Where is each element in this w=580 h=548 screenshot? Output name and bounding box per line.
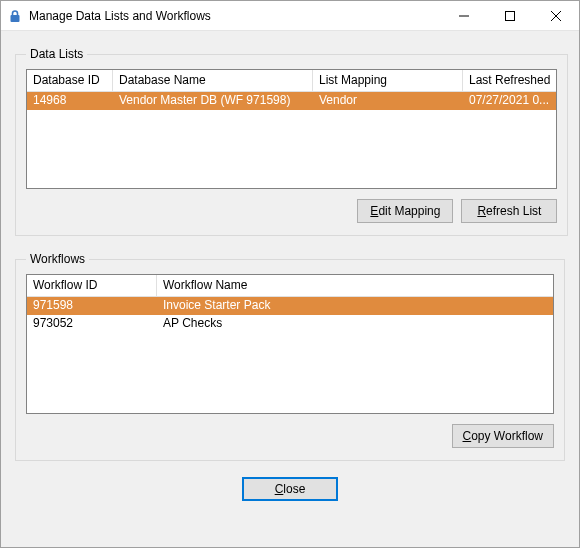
minimize-button[interactable] [441, 1, 487, 31]
col-database-name[interactable]: Database Name [113, 70, 313, 91]
workflows-group: Workflows Workflow ID Workflow Name 9715… [15, 252, 565, 461]
window-title: Manage Data Lists and Workflows [29, 9, 441, 23]
col-list-mapping[interactable]: List Mapping [313, 70, 463, 91]
table-row[interactable]: 14968Vendor Master DB (WF 971598)Vendor0… [27, 92, 556, 110]
table-row[interactable]: 973052AP Checks [27, 315, 553, 333]
workflows-table[interactable]: Workflow ID Workflow Name 971598Invoice … [26, 274, 554, 414]
data-lists-legend: Data Lists [26, 47, 87, 61]
workflows-buttons: Copy Workflow [26, 424, 554, 448]
table-cell: 971598 [27, 297, 157, 315]
minimize-icon [459, 11, 469, 21]
app-icon [1, 9, 29, 23]
data-lists-buttons: Edit Mapping Refresh List [26, 199, 557, 223]
table-row[interactable]: 971598Invoice Starter Pack [27, 297, 553, 315]
data-lists-header-row: Database ID Database Name List Mapping L… [27, 70, 556, 92]
edit-mapping-button[interactable]: Edit Mapping [357, 199, 453, 223]
table-cell: AP Checks [157, 315, 457, 333]
titlebar: Manage Data Lists and Workflows [1, 1, 579, 31]
close-button[interactable]: Close [242, 477, 338, 501]
refresh-list-button[interactable]: Refresh List [461, 199, 557, 223]
workflows-legend: Workflows [26, 252, 89, 266]
col-last-refreshed[interactable]: Last Refreshed [463, 70, 556, 91]
table-cell: 973052 [27, 315, 157, 333]
copy-workflow-button[interactable]: Copy Workflow [452, 424, 554, 448]
col-database-id[interactable]: Database ID [27, 70, 113, 91]
table-cell: Invoice Starter Pack [157, 297, 457, 315]
lock-icon [8, 9, 22, 23]
maximize-icon [505, 11, 515, 21]
col-workflow-id[interactable]: Workflow ID [27, 275, 157, 296]
svg-rect-2 [506, 11, 515, 20]
col-workflow-name[interactable]: Workflow Name [157, 275, 457, 296]
data-lists-table[interactable]: Database ID Database Name List Mapping L… [26, 69, 557, 189]
table-cell: Vendor Master DB (WF 971598) [113, 92, 313, 110]
table-cell: 07/27/2021 0... [463, 92, 556, 110]
table-cell: 14968 [27, 92, 113, 110]
dialog-footer: Close [15, 471, 565, 503]
close-window-button[interactable] [533, 1, 579, 31]
table-cell: Vendor [313, 92, 463, 110]
close-icon [551, 11, 561, 21]
dialog-window: Manage Data Lists and Workflows Data Lis… [0, 0, 580, 548]
maximize-button[interactable] [487, 1, 533, 31]
workflows-header-row: Workflow ID Workflow Name [27, 275, 553, 297]
svg-rect-0 [11, 15, 20, 22]
client-area: Data Lists Database ID Database Name Lis… [1, 31, 579, 547]
data-lists-group: Data Lists Database ID Database Name Lis… [15, 47, 568, 236]
